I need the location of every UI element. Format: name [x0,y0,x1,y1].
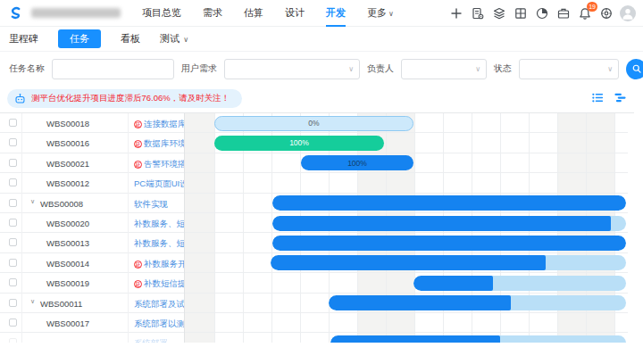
row-checkbox[interactable] [9,238,17,246]
table-row[interactable]: ∨WBS00008软件实现 [0,194,185,213]
task-id: WBS00017 [46,318,89,328]
task-name-link[interactable]: 系统部署及试运行 [134,299,184,310]
expand-chevron-icon[interactable]: ∨ [30,298,35,305]
task-name-link[interactable]: 延补数服务开发 [134,259,184,270]
gantt-view-icon[interactable] [614,91,627,104]
row-checkbox[interactable] [9,159,17,167]
gantt-bar[interactable] [329,295,626,310]
gantt-bar-progress [329,295,511,310]
search-button[interactable] [626,59,643,79]
nav-item-估算[interactable]: 估算 [244,0,263,27]
row-checkbox[interactable] [9,199,17,207]
filter-select-负责人[interactable]: ∨ [401,59,487,79]
filter-label-用户需求: 用户需求 [181,62,217,75]
task-id: WBS00020 [46,219,89,228]
table-row[interactable]: WBS00012PC端页面UI设计 [0,173,185,193]
task-name-link[interactable]: 延连接数据库设置 [134,119,184,130]
task-name-link[interactable]: 补数服务、短信服务 [134,219,184,230]
task-name-link[interactable]: 系统部署 [134,338,184,343]
table-row[interactable]: 系统部署 [0,333,185,343]
gantt-bar-label: 100% [347,159,367,168]
pie-chart-icon [535,6,549,21]
layers-button[interactable] [491,5,507,21]
expand-chevron-icon[interactable]: ∨ [30,198,35,205]
file-gear-button[interactable] [470,5,486,21]
app-page: 项目总览需求估算设计开发更多∨ 19 里程碑任务看板测试 ∨ 任务名称用户需求∨… [0,0,643,364]
gantt-bar[interactable]: 100% [301,155,413,170]
plus-icon [449,6,463,21]
delayed-badge-icon: 延 [134,120,142,128]
user-avatar[interactable] [620,5,636,21]
row-checkbox[interactable] [9,299,17,307]
plus-button[interactable] [448,5,464,21]
list-view-icon[interactable] [591,91,605,104]
task-name-link[interactable]: 延补数短信提醒服务 [134,278,184,290]
task-name-link[interactable]: 补数服务、短信服务 [134,238,184,250]
briefcase-button[interactable] [555,5,572,21]
filter-input-任务名称[interactable] [52,59,174,79]
task-name-link[interactable]: 延数据库环境搭建 [134,138,184,150]
table-row[interactable]: WBS00014延补数服务开发 [0,253,185,273]
table-row[interactable]: WBS00017系统部署以测试验证 [0,313,185,333]
gantt-bar[interactable] [272,216,626,231]
nav-item-需求[interactable]: 需求 [203,0,222,27]
bell-button[interactable]: 19 [577,5,593,21]
briefcase-icon [556,6,571,21]
row-checkbox[interactable] [9,119,17,127]
gantt-bar[interactable] [413,276,626,291]
table-row[interactable]: WBS00013补数服务、短信服务 [0,233,185,252]
row-checkbox[interactable] [9,338,17,343]
nav-item-更多[interactable]: 更多∨ [367,0,394,27]
task-name-link[interactable]: 延告警环境搭建 [134,159,184,170]
task-id: WBS00014 [46,259,89,269]
gear-button[interactable] [598,5,614,21]
alert-text: 测平台优化提升项目进度滞后76.06%，请及时关注！ [31,93,230,104]
gantt-bar[interactable]: 100% [214,136,384,151]
tab-测试[interactable]: 测试 ∨ [160,32,188,46]
gantt-bar-progress [330,335,500,343]
apps-grid-button[interactable] [513,5,529,21]
app-logo-icon [7,4,24,21]
task-name-text: PC端页面UI设计 [134,178,184,190]
nav-item-项目总览[interactable]: 项目总览 [142,0,181,27]
task-name-text: 补数服务、短信服务 [134,238,184,250]
table-row[interactable]: ∨WBS00011系统部署及试运行 [0,294,185,313]
gantt-bar[interactable] [271,255,626,270]
tab-里程碑[interactable]: 里程碑 [9,32,38,46]
table-row[interactable]: WBS00018延连接数据库设置 [0,113,185,133]
table-row[interactable]: WBS00016延数据库环境搭建 [0,133,185,153]
row-checkbox[interactable] [9,318,17,327]
nav-item-开发[interactable]: 开发 [326,0,346,27]
row-checkbox[interactable] [9,138,17,146]
pie-chart-button[interactable] [534,5,550,21]
gantt-bar[interactable] [272,195,626,211]
task-id: WBS00011 [40,299,82,309]
gantt-bar-progress [272,195,626,211]
tab-任务[interactable]: 任务 [58,29,101,48]
ai-progress-alert[interactable]: 测平台优化提升项目进度滞后76.06%，请及时关注！ [7,89,242,108]
task-id: WBS00008 [40,199,83,209]
row-checkbox[interactable] [9,278,17,286]
table-row[interactable]: WBS00020补数服务、短信服务 [0,213,185,233]
filter-select-状态[interactable]: ∨ [519,59,619,79]
task-name-link[interactable]: PC端页面UI设计 [134,178,184,190]
gantt-bar[interactable]: 0% [214,116,413,131]
row-checkbox[interactable] [9,259,17,267]
table-row[interactable]: WBS00019延补数短信提醒服务 [0,273,185,293]
gantt-bar[interactable] [272,236,626,251]
tab-看板[interactable]: 看板 [121,32,140,46]
gantt-bar[interactable] [330,335,626,343]
filter-select-用户需求[interactable]: ∨ [224,59,360,79]
row-checkbox[interactable] [9,178,17,186]
notification-badge: 19 [587,2,597,12]
filter-actions: AI规划任务 新建任务 [626,59,643,79]
nav-item-设计[interactable]: 设计 [285,0,305,27]
row-checkbox[interactable] [9,219,17,227]
task-name-link[interactable]: 系统部署以测试验证 [134,318,184,330]
task-id: WBS00021 [46,159,89,169]
chevron-down-icon: ∨ [607,65,613,73]
table-row[interactable]: WBS00021延告警环境搭建 [0,153,185,173]
task-name-link[interactable]: 软件实现 [134,199,184,211]
gantt-hscrollbar-thumb[interactable] [212,112,435,113]
logo-area[interactable] [7,4,121,21]
